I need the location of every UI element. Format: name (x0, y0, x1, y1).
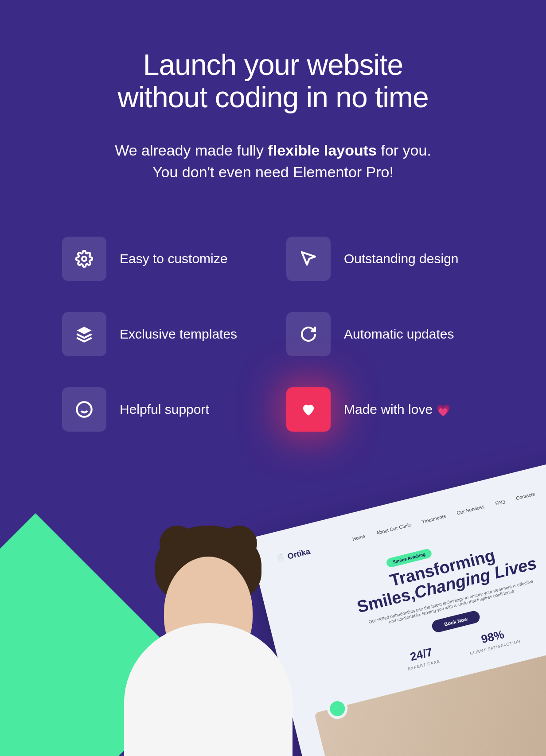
features-grid: Easy to customize Outstanding design Exc… (62, 237, 484, 432)
nav-item: Contacts (515, 491, 537, 506)
svg-point-2 (77, 402, 91, 417)
refresh-icon (286, 312, 331, 356)
feature-updates: Automatic updates (286, 312, 484, 356)
feature-templates: Exclusive templates (62, 312, 260, 356)
feature-label: Helpful support (120, 401, 209, 419)
layers-icon (62, 312, 106, 356)
headline-line1: Launch your website (143, 48, 403, 81)
nav-item: Treatments (421, 513, 447, 530)
svg-marker-1 (77, 327, 91, 334)
love-text: Made with love (344, 402, 436, 417)
feature-label: Exclusive templates (120, 325, 237, 343)
swatch-icon (286, 237, 331, 281)
page-subheadline: We already made fully flexible layouts f… (105, 140, 441, 183)
mockup-nav: Home About Our Clinic Treatments Our Ser… (352, 479, 546, 547)
nav-item: About Our Clinic (376, 522, 413, 541)
sub-pre: We already made fully (115, 142, 268, 159)
feature-label: Outstanding design (344, 250, 459, 268)
feature-label: Made with love 💗 (344, 401, 450, 419)
website-mockup: 🦷 Ortika Home About Our Clinic Treatment… (248, 451, 546, 756)
feature-label: Automatic updates (344, 325, 454, 343)
sub-bold: flexible layouts (268, 142, 377, 159)
smile-icon (62, 387, 106, 432)
tooth-badge-icon (325, 696, 350, 721)
page-headline: Launch your website without coding in no… (62, 49, 484, 113)
svg-point-0 (82, 257, 86, 261)
feature-label: Easy to customize (120, 250, 227, 268)
nav-item: Home (352, 534, 367, 547)
heart-icon (286, 387, 331, 432)
feature-love: Made with love 💗 (286, 387, 484, 432)
mockup-cta: Book Now (431, 610, 481, 634)
gear-icon (62, 237, 106, 281)
feature-support: Helpful support (62, 387, 260, 432)
person-photo (124, 526, 292, 756)
headline-line2: without coding in no time (117, 81, 428, 113)
heart-emoji: 💗 (436, 403, 450, 417)
feature-customize: Easy to customize (62, 237, 260, 281)
nav-item: FAQ (495, 499, 507, 511)
feature-design: Outstanding design (286, 237, 484, 281)
nav-item: Our Services (456, 504, 486, 521)
